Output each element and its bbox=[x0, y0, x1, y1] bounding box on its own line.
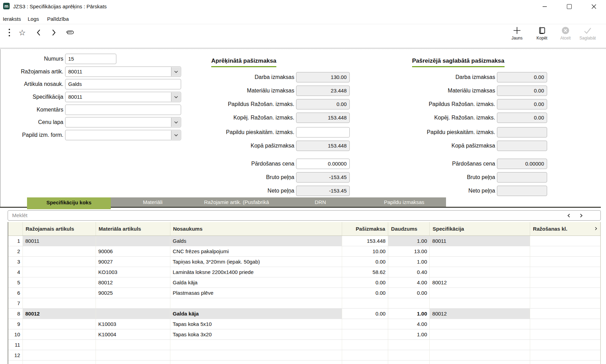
column-header-specifikacija[interactable]: Specifikācija bbox=[430, 222, 530, 236]
cell-pasizmaksa[interactable]: 0.00 bbox=[342, 277, 388, 287]
cell-pasizmaksa[interactable]: 10.00 bbox=[342, 246, 388, 256]
kopet-button[interactable]: Kopēt bbox=[531, 26, 553, 43]
cell-razosanas[interactable] bbox=[530, 350, 600, 360]
cell-pasizmaksa[interactable] bbox=[342, 298, 388, 308]
cell-razojamais[interactable] bbox=[23, 350, 96, 360]
search-input[interactable]: Meklēt bbox=[8, 210, 601, 221]
cell-razojamais[interactable] bbox=[23, 277, 96, 287]
prev-column-icon[interactable] bbox=[563, 211, 574, 220]
chevron-down-icon[interactable] bbox=[171, 131, 180, 140]
cell-num[interactable]: 10 bbox=[8, 329, 23, 339]
cell-nosaukums[interactable]: CNC frēzes pakalpojumi bbox=[170, 246, 342, 256]
cell-num[interactable]: 4 bbox=[8, 267, 23, 277]
cell-materiala[interactable] bbox=[96, 340, 170, 350]
column-header-num[interactable] bbox=[8, 222, 23, 236]
cell-daudzums[interactable]: 4.00 bbox=[388, 277, 430, 287]
cell-razosanas[interactable] bbox=[530, 288, 600, 298]
cell-razosanas[interactable] bbox=[530, 236, 600, 246]
cell-nosaukums[interactable]: Galda kāja bbox=[170, 277, 342, 287]
cell-materiala[interactable] bbox=[96, 309, 170, 319]
cell-specifikacija[interactable] bbox=[430, 340, 530, 350]
cell-num[interactable]: 12 bbox=[8, 350, 23, 360]
cell-razojamais[interactable] bbox=[23, 246, 96, 256]
saglabat-button[interactable]: Saglabāt bbox=[577, 26, 599, 43]
cell-materiala[interactable]: 90006 bbox=[96, 246, 170, 256]
cell-pasizmaksa[interactable]: 153.448 bbox=[342, 236, 388, 246]
cell-specifikacija[interactable]: 80012 bbox=[430, 277, 530, 287]
cell-razosanas[interactable] bbox=[530, 309, 600, 319]
cell-specifikacija[interactable]: 80011 bbox=[430, 236, 530, 246]
cell-nosaukums[interactable] bbox=[170, 361, 342, 364]
cell-num[interactable]: 13 bbox=[8, 361, 23, 364]
cell-num[interactable]: 9 bbox=[8, 319, 23, 329]
cell-specifikacija[interactable] bbox=[430, 288, 530, 298]
cell-materiala[interactable]: K10003 bbox=[96, 319, 170, 329]
cell-razojamais[interactable] bbox=[23, 340, 96, 350]
cell-nosaukums[interactable]: Plastmasas plēve bbox=[170, 288, 342, 298]
cell-nosaukums[interactable]: Tapiņas koka, 3*20mm (iepak. 50gab) bbox=[170, 257, 342, 267]
cell-daudzums[interactable]: 1.00 bbox=[388, 329, 430, 339]
maximize-button[interactable] bbox=[559, 0, 579, 13]
column-header-nosaukums[interactable]: Nosaukums bbox=[170, 222, 342, 236]
cell-specifikacija[interactable] bbox=[430, 350, 530, 360]
calc-value-4[interactable] bbox=[296, 127, 350, 137]
cell-razojamais[interactable] bbox=[23, 257, 96, 267]
cell-specifikacija[interactable] bbox=[430, 257, 530, 267]
cell-razosanas[interactable] bbox=[530, 267, 600, 277]
cell-nosaukums[interactable]: Tapas koka 3x20 bbox=[170, 329, 342, 339]
komentars-input[interactable] bbox=[65, 105, 181, 115]
numurs-input[interactable]: 15 bbox=[65, 54, 116, 64]
cell-pasizmaksa[interactable] bbox=[342, 319, 388, 329]
tab-materiali[interactable]: Materiāli bbox=[111, 197, 195, 207]
cell-materiala[interactable]: KO1003 bbox=[96, 267, 170, 277]
cell-pasizmaksa[interactable]: 58.62 bbox=[342, 267, 388, 277]
cell-razojamais[interactable]: 80011 bbox=[23, 236, 96, 246]
column-header-razojamais[interactable]: Ražojamais artikuls bbox=[23, 222, 96, 236]
cell-pasizmaksa[interactable]: 0.00 bbox=[342, 288, 388, 298]
menu-ieraksts[interactable]: Ieraksts bbox=[3, 14, 21, 24]
cell-daudzums[interactable]: 1.00 bbox=[388, 309, 430, 319]
cell-daudzums[interactable] bbox=[388, 298, 430, 308]
specifikacija-combo[interactable]: 80011 bbox=[65, 92, 181, 102]
jauns-button[interactable]: Jauns bbox=[506, 26, 528, 43]
cell-num[interactable]: 5 bbox=[8, 277, 23, 287]
next-column-icon[interactable] bbox=[576, 211, 586, 220]
razojamais-artik-combo[interactable]: 80011 bbox=[65, 66, 181, 77]
cell-nosaukums[interactable] bbox=[170, 340, 342, 350]
chevron-down-icon[interactable] bbox=[171, 92, 180, 101]
cell-daudzums[interactable]: 0.00 bbox=[388, 288, 430, 298]
cell-specifikacija[interactable]: 80012 bbox=[430, 309, 530, 319]
cell-materiala[interactable]: K10004 bbox=[96, 329, 170, 339]
cell-razosanas[interactable] bbox=[530, 329, 600, 339]
tab-papildu-izmaksas[interactable]: Papildu izmaksas bbox=[362, 197, 446, 207]
cell-materiala[interactable]: 90027 bbox=[96, 257, 170, 267]
cell-razojamais[interactable] bbox=[23, 288, 96, 298]
cell-pasizmaksa[interactable] bbox=[342, 329, 388, 339]
cell-pasizmaksa[interactable] bbox=[342, 340, 388, 350]
tab-specifikaciju-koks[interactable]: Specifikāciju koks bbox=[27, 197, 111, 209]
cell-razosanas[interactable] bbox=[530, 361, 600, 364]
cenu-lapa-combo[interactable] bbox=[65, 117, 181, 127]
cell-num[interactable]: 6 bbox=[8, 288, 23, 298]
cell-razosanas[interactable] bbox=[530, 246, 600, 256]
cell-nosaukums[interactable] bbox=[170, 350, 342, 360]
cell-num[interactable]: 7 bbox=[8, 298, 23, 308]
cell-razojamais[interactable] bbox=[23, 319, 96, 329]
menu-palidziba[interactable]: Palīdzība bbox=[47, 14, 69, 24]
cell-daudzums[interactable]: 13.00 bbox=[388, 246, 430, 256]
calc-value-6[interactable]: 0.00000 bbox=[296, 159, 350, 169]
cell-pasizmaksa[interactable]: 0.00 bbox=[342, 309, 388, 319]
more-columns-icon[interactable] bbox=[595, 226, 597, 232]
cell-materiala[interactable]: 90025 bbox=[96, 288, 170, 298]
cell-nosaukums[interactable]: Tapas koka 5x10 bbox=[170, 319, 342, 329]
minimize-button[interactable] bbox=[535, 0, 555, 13]
cell-daudzums[interactable] bbox=[388, 361, 430, 364]
cell-pasizmaksa[interactable]: 0.00 bbox=[342, 257, 388, 267]
chevron-down-icon[interactable] bbox=[171, 67, 180, 76]
column-header-daudzums[interactable]: Daudzums bbox=[388, 222, 430, 236]
cell-razosanas[interactable] bbox=[530, 257, 600, 267]
tab-razojamie-artik[interactable]: Ražojamie artik. (Pusfabrikā bbox=[195, 197, 278, 207]
cell-specifikacija[interactable] bbox=[430, 329, 530, 339]
cell-specifikacija[interactable] bbox=[430, 298, 530, 308]
cell-specifikacija[interactable] bbox=[430, 361, 530, 364]
